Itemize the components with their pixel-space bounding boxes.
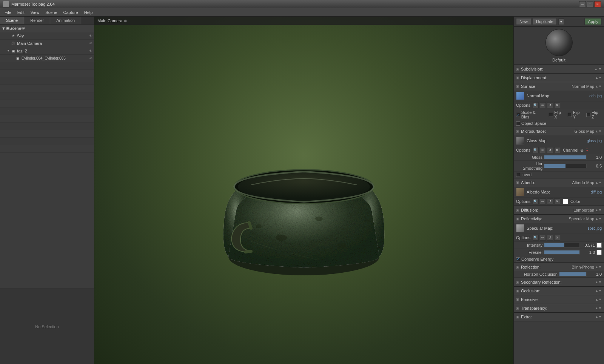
diffusion-header[interactable]: ▣ Diffusion: Lambertian ▲▼ [514,206,604,214]
new-material-button[interactable]: New [516,18,531,25]
expand-sky [6,34,11,38]
spec-map-thumbnail [516,224,524,232]
close-button[interactable]: ✕ [594,1,601,7]
collapse-icon: ▣ [516,265,519,269]
app-icon [3,1,9,7]
emissive-header[interactable]: ▣ Emissive: ▲▼ [514,295,604,304]
edit-icon-btn[interactable]: ✏ [540,198,546,204]
conserve-energy-check [516,257,520,261]
conserve-energy-label: Conserve Energy [521,257,553,261]
fresnel-slider[interactable] [544,250,580,255]
material-name-label: Default [552,58,565,62]
menu-capture[interactable]: Capture [60,9,81,15]
horizon-occ-slider[interactable] [559,272,587,276]
flip-x-checkbox[interactable]: Flip X [549,110,565,119]
color-swatch[interactable] [563,199,568,204]
minimize-button[interactable]: ─ [579,1,586,7]
search-icon-btn[interactable]: 🔍 [533,235,539,241]
remove-icon-btn[interactable]: ✕ [554,102,560,108]
remove-icon-btn[interactable]: ✕ [554,147,560,153]
remove-icon-btn[interactable]: ✕ [554,235,560,241]
menu-file[interactable]: File [2,9,14,15]
material-options-button[interactable]: ▾ [558,18,564,25]
menu-help[interactable]: Help [81,9,96,15]
tree-row-taz[interactable]: ▼ ▣ taz_2 👁 [0,47,94,55]
reflection-header[interactable]: ▣ Reflection: Blinn-Phong ▲▼ [514,263,604,271]
tab-animation[interactable]: Animation [50,17,81,24]
search-icon-btn[interactable]: 🔍 [533,147,539,153]
microsurface-header[interactable]: ▣ Microsurface: Gloss Map ▲▼ [514,127,604,135]
flip-z-checkbox[interactable]: Flip Z [586,110,602,119]
duplicate-material-button[interactable]: Duplicate [533,18,557,25]
sky-eye[interactable]: 👁 [89,34,92,38]
secondary-reflection-header[interactable]: ▣ Secondary Reflection: ▲▼ [514,278,604,286]
subdivision-label: Subdivision: [521,67,593,71]
empty-row [0,108,94,115]
refresh-icon-btn[interactable]: ↺ [547,198,553,204]
maximize-button[interactable]: □ [587,1,593,7]
tree-row-camera[interactable]: 🎥 Main Camera 👁 [0,40,94,47]
transparency-header[interactable]: ▣ Transparency: ▲▼ [514,304,604,312]
tree-row-sky[interactable]: ☀ Sky 👁 [0,32,94,40]
edit-icon-btn[interactable]: ✏ [540,147,546,153]
occlusion-header[interactable]: ▣ Occlusion: ▲▼ [514,287,604,295]
camera-dropdown-icon[interactable]: ⊕ [124,19,127,23]
tab-render[interactable]: Render [24,17,50,24]
gloss-map-row: Gloss Map: gloss.jpg [514,135,604,146]
refresh-icon-btn[interactable]: ↺ [547,235,553,241]
spec-map-label: Specular Map: [527,226,588,230]
displacement-header[interactable]: ▣ Displacement: ▲▼ [514,74,604,82]
refresh-icon-btn[interactable]: ↺ [547,102,553,108]
scale-bias-checkbox[interactable]: Scale & Bias [516,110,544,119]
fresnel-slider-label: Fresnel [516,250,542,255]
remove-icon-btn[interactable]: ✕ [554,198,560,204]
empty-row [0,100,94,108]
intensity-slider[interactable] [544,243,580,247]
menu-edit[interactable]: Edit [14,9,28,15]
menu-view[interactable]: View [28,9,43,15]
edit-icon-btn[interactable]: ✏ [540,102,546,108]
scene-root-row[interactable]: ▼ ▣ Scene 👁 [0,25,94,32]
intensity-fill [544,243,564,247]
cyl-eye[interactable]: 👁 [89,57,92,60]
viewport[interactable]: Main Camera ⊕ [94,17,513,364]
search-icon-btn[interactable]: 🔍 [533,102,539,108]
expand-cyl [11,56,15,61]
conserve-energy-checkbox[interactable]: Conserve Energy [516,257,553,261]
apply-material-button[interactable]: Apply [584,18,602,25]
diffusion-value: Lambertian [573,208,594,212]
title-left: Marmoset Toolbag 2.04 [3,1,55,7]
reflectivity-header[interactable]: ▣ Reflectivity: Specular Map ▲▼ [514,215,604,223]
menu-scene[interactable]: Scene [42,9,60,15]
surface-header[interactable]: ▣ Surface: Normal Map ▲▼ [514,82,604,91]
section-emissive: ▣ Emissive: ▲▼ [514,295,604,304]
fresnel-slider-row: Fresnel 1.0 [514,249,604,256]
left-panel: Scene Render Animation ▼ ▣ Scene 👁 ☀ Sky… [0,17,94,364]
section-arrows: ▲▼ [595,289,602,293]
search-icon-btn[interactable]: 🔍 [533,198,539,204]
hor-smoothing-slider[interactable] [544,164,587,168]
invert-checkbox[interactable]: Invert [516,172,532,177]
albedo-header[interactable]: ▣ Albedo: Albedo Map ▲▼ [514,178,604,187]
albedo-map-options: Options 🔍 ✏ ↺ ✕ Color [514,198,604,206]
fresnel-swatch[interactable] [596,250,602,255]
taz-eye[interactable]: 👁 [89,49,92,53]
tree-row-cylinder[interactable]: ▣ Cylinder.004_Cylinder.005 👁 [0,55,94,62]
intensity-swatch[interactable] [596,243,602,248]
refresh-icon-btn[interactable]: ↺ [547,147,553,153]
extra-header[interactable]: ▣ Extra: ▲▼ [514,313,604,321]
object-space-checkbox[interactable]: Object Space [516,121,546,126]
eye-icon[interactable]: 👁 [21,26,25,31]
collapse-icon: ▣ [516,298,519,301]
edit-icon-btn[interactable]: ✏ [540,235,546,241]
gloss-slider[interactable] [544,155,587,160]
tab-scene[interactable]: Scene [0,17,24,24]
subdivision-header[interactable]: ▣ Subdivision: ▲ ▼ [514,65,604,73]
flip-y-checkbox[interactable]: Flip Y [568,110,583,119]
section-arrows: ▲▼ [595,76,602,80]
section-down-arrow: ▼ [598,67,602,71]
scale-bias-check [516,113,520,117]
section-occlusion: ▣ Occlusion: ▲▼ [514,287,604,295]
camera-eye[interactable]: 👁 [89,41,92,45]
empty-row [0,62,94,70]
